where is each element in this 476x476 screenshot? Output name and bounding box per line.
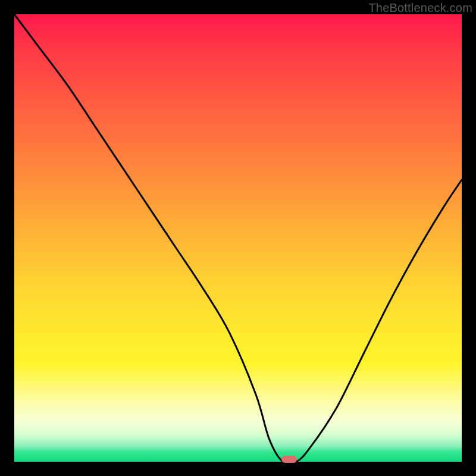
chart-curve-svg (14, 14, 462, 462)
chart-frame (14, 14, 462, 462)
optimal-marker (281, 456, 297, 463)
watermark-text: TheBottleneck.com (368, 1, 472, 15)
bottleneck-curve-path (14, 14, 462, 464)
